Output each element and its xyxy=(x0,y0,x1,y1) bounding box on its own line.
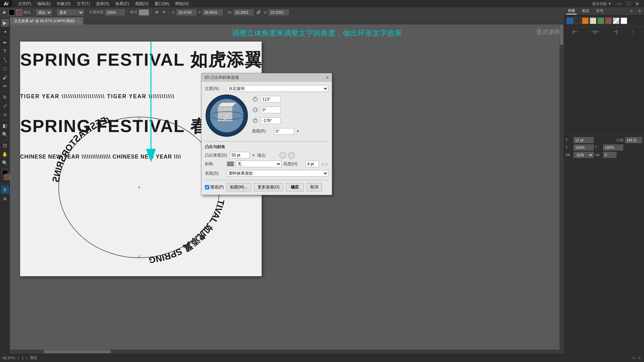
surface-select[interactable]: 塑料效果底纹 xyxy=(227,170,328,177)
color-swatch-white[interactable] xyxy=(621,17,627,24)
scale-x-input[interactable] xyxy=(574,144,594,150)
maximize-button[interactable]: □ xyxy=(625,1,632,7)
link-icon[interactable]: 🔗 xyxy=(255,9,262,15)
gradient-tool[interactable]: ◧ xyxy=(1,122,9,130)
w-input[interactable] xyxy=(233,9,254,15)
scroll-left-icon[interactable]: ◀ xyxy=(632,356,635,360)
menu-file[interactable]: 文件(F) xyxy=(15,0,34,7)
selection-tool-icon[interactable]: ▶ xyxy=(2,9,7,15)
transform-icon[interactable]: ⟲ xyxy=(161,9,167,15)
menu-edit[interactable]: 编辑(E) xyxy=(35,0,53,7)
rect-tool[interactable]: □ xyxy=(1,65,9,73)
h-input[interactable] xyxy=(269,9,289,15)
arrow-tool[interactable]: ▶ xyxy=(1,19,9,27)
dialog-3d[interactable]: 3D 凸出和斜角选项 ✕ 位置(N): 自定旋转 xyxy=(201,73,332,195)
bevel-out-icon[interactable]: ▷ xyxy=(326,162,328,166)
menu-select[interactable]: 选择(S) xyxy=(93,0,112,7)
panel-menu-icon[interactable]: ≡ xyxy=(630,9,633,13)
menu-window[interactable]: 窗口(W) xyxy=(152,0,172,7)
menu-help[interactable]: 帮助(H) xyxy=(172,0,192,7)
align-right-icon[interactable]: ⊣| xyxy=(613,29,618,34)
line-tool[interactable]: ╲ xyxy=(1,56,9,64)
preview-checkbox[interactable] xyxy=(205,185,209,189)
eyedropper-tool[interactable]: 🔍 xyxy=(1,130,9,138)
dialog-close-icon[interactable]: ✕ xyxy=(326,75,329,80)
perspective-input[interactable] xyxy=(274,128,294,135)
zoom-tool[interactable]: 🔍 xyxy=(1,159,9,167)
stroke-color-tool[interactable] xyxy=(4,174,10,180)
fill-color-box[interactable] xyxy=(9,9,15,15)
menu-view[interactable]: 视图(V) xyxy=(132,0,151,7)
stroke-color-box[interactable] xyxy=(16,9,22,15)
panel-tab-swatches[interactable]: 色板 xyxy=(567,7,577,14)
horizontal-scroll-thumb[interactable] xyxy=(44,350,111,353)
x-input[interactable] xyxy=(176,9,197,15)
menu-text[interactable]: 文字(T) xyxy=(74,0,93,7)
color-swatch-none[interactable] xyxy=(613,17,620,24)
horizontal-scrollbar[interactable] xyxy=(10,350,559,354)
panel-collapse-icon[interactable]: ✕ xyxy=(638,9,641,13)
more-options-button[interactable]: 更多选项(O) xyxy=(254,183,283,191)
align-left-icon[interactable]: |⊢ xyxy=(573,29,577,34)
style-box[interactable] xyxy=(139,9,149,15)
bevel-in-icon[interactable]: ◁ xyxy=(321,162,324,166)
preview-checkbox-label[interactable]: 预览(P) xyxy=(205,184,224,190)
line-height-input[interactable] xyxy=(625,137,642,143)
cap-flat-button[interactable] xyxy=(288,152,295,159)
cancel-button[interactable]: 取消 xyxy=(307,183,322,191)
type-tool[interactable]: T xyxy=(1,47,9,55)
basic-select[interactable]: 基本 xyxy=(57,9,84,15)
direct-select-tool[interactable]: ◂ xyxy=(1,27,9,36)
paint-brush-tool[interactable]: 🖌 xyxy=(1,73,9,81)
symbol-tool[interactable]: S xyxy=(1,186,9,194)
color-swatch-dark[interactable] xyxy=(574,17,581,24)
color-swatch-blue[interactable] xyxy=(567,17,573,24)
opacity-input[interactable] xyxy=(105,9,125,15)
pen-tool[interactable]: ✒ xyxy=(1,39,9,47)
angle3-input[interactable] xyxy=(261,117,281,124)
vertical-scrollbar[interactable] xyxy=(559,25,564,354)
align-center-icon[interactable]: ⊣|⊢ xyxy=(591,29,599,34)
tab-close[interactable]: × xyxy=(77,19,79,23)
rotate-tool[interactable]: ↻ xyxy=(1,93,9,101)
color-swatch-green[interactable] xyxy=(597,17,604,24)
blend-tool[interactable]: ⊃ xyxy=(1,111,9,119)
menu-effect[interactable]: 效果(C) xyxy=(113,0,132,7)
tracking-select[interactable]: 自动 xyxy=(574,152,594,158)
ok-button[interactable]: 确定 xyxy=(286,183,304,191)
color-swatch-orange[interactable] xyxy=(582,17,589,24)
map-button[interactable]: 贴图(M)... xyxy=(226,183,251,191)
brush-select[interactable]: 描边 xyxy=(36,9,52,15)
y-input[interactable] xyxy=(203,9,223,15)
document-tab[interactable]: 文文效果.ai* @ 66.67% (CMYK/预览) × xyxy=(10,17,84,25)
more-tools-button[interactable]: ▤ xyxy=(1,194,9,202)
bevel-height-input[interactable] xyxy=(306,161,319,167)
dialog-title-bar[interactable]: 3D 凸出和斜角选项 ✕ xyxy=(202,73,332,82)
color-swatch-red[interactable] xyxy=(605,17,612,24)
artboard-tool[interactable]: ⊡ xyxy=(1,141,9,149)
distribute-icon[interactable]: ⋮ xyxy=(631,29,635,34)
font-size-input[interactable] xyxy=(574,137,594,143)
angle2-input[interactable] xyxy=(261,107,281,113)
position-select[interactable]: 自定旋转 xyxy=(227,85,328,92)
cap-round-button[interactable] xyxy=(279,152,286,159)
scale-y-label: T xyxy=(595,145,602,149)
minimize-button[interactable]: — xyxy=(615,1,624,7)
panel-tab-symbols[interactable]: 符号 xyxy=(595,8,605,14)
extrude-depth-input[interactable] xyxy=(230,152,250,159)
scale-tool[interactable]: ⤢ xyxy=(1,102,9,110)
vertical-scroll-thumb[interactable] xyxy=(560,25,563,45)
scale-y-input[interactable] xyxy=(603,144,623,150)
kerning-input[interactable] xyxy=(603,152,616,158)
angle1-input[interactable] xyxy=(261,96,281,103)
color-swatch-cream[interactable] xyxy=(590,17,596,24)
pencil-tool[interactable]: ✏ xyxy=(1,82,9,90)
bevel-select[interactable]: 无 xyxy=(236,161,281,167)
close-button[interactable]: ✕ xyxy=(633,1,641,7)
panel-tab-layers[interactable]: 图层 xyxy=(581,8,591,14)
scroll-right-icon[interactable]: ▶ xyxy=(639,356,641,360)
hand-tool[interactable]: ✋ xyxy=(1,150,9,158)
align-icon[interactable]: ⊞ xyxy=(154,9,160,15)
3d-sphere-preview[interactable] xyxy=(205,94,249,138)
menu-object[interactable]: 对象(O) xyxy=(54,0,73,7)
